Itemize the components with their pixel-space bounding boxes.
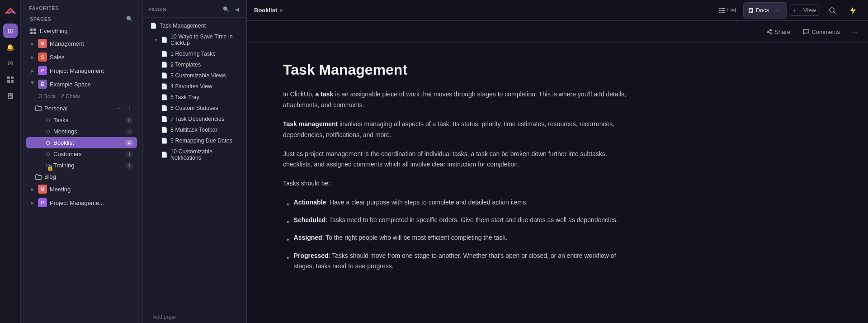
doc-para3: Just as project management is the coordi… xyxy=(283,149,636,171)
sidebar-item-example-space[interactable]: ▶ E Example Space xyxy=(26,77,137,91)
svg-rect-12 xyxy=(719,8,721,9)
meeting-label: Meeting xyxy=(50,186,71,193)
sidebar-item-project-management[interactable]: ▶ P Project Management xyxy=(26,64,137,77)
doc-more-button[interactable]: ··· xyxy=(848,25,861,38)
collapse-pages-icon[interactable]: ◀ xyxy=(233,5,241,14)
page-item-4[interactable]: 📄 4 Favorites View xyxy=(145,81,245,92)
sidebar-item-sales[interactable]: ▶ S Sales xyxy=(26,50,137,64)
page-item-2[interactable]: 📄 2 Templates xyxy=(145,59,245,70)
docs-tab-icon xyxy=(748,8,754,13)
tab-docs[interactable]: Docs ··· xyxy=(743,2,788,19)
comments-label: Comments xyxy=(811,28,840,35)
add-page-button[interactable]: + Add page xyxy=(143,311,246,323)
breadcrumb-title: Booklist xyxy=(254,7,277,14)
lightning-btn[interactable] xyxy=(844,5,861,16)
docs-tab-more-icon[interactable]: ··· xyxy=(771,5,782,16)
docs-count-item[interactable]: 3 Docs 2 Chats xyxy=(26,91,137,102)
sidebar-item-everything[interactable]: Everything xyxy=(26,25,137,37)
app-logo[interactable] xyxy=(3,4,18,18)
sidebar-item-management[interactable]: ▶ M Management xyxy=(26,37,137,50)
pages-title: PAGES xyxy=(148,7,166,12)
page-label-6: 6 Custom Statuses xyxy=(170,105,218,111)
share-button[interactable]: Share xyxy=(762,27,795,37)
main-area: Booklist List xyxy=(247,0,868,323)
bullet2-label: Scheduled xyxy=(294,216,326,223)
sidebar-item-customers[interactable]: Customers 1 xyxy=(26,148,137,160)
page-doc-icon-9: 📄 xyxy=(161,138,168,144)
page-item-10[interactable]: 📄 10 Customizable Notifications xyxy=(145,146,245,163)
tasks-label: Tasks xyxy=(53,117,68,124)
icon-sidebar: ⊞ 🔔 ✉ xyxy=(0,0,21,323)
meetings-count: 7 xyxy=(125,128,133,135)
svg-point-22 xyxy=(830,8,834,12)
bullet2-rest: : Tasks need to be completed in specific… xyxy=(326,216,618,223)
home-nav-icon[interactable]: ⊞ xyxy=(3,24,18,38)
dashboard-nav-icon[interactable] xyxy=(3,72,18,87)
doc-content: Task Management In ClickUp, a task is an… xyxy=(247,43,868,323)
spaces-header[interactable]: Spaces 🔍 xyxy=(26,13,137,25)
comments-icon xyxy=(803,29,809,34)
search-btn[interactable] xyxy=(824,5,841,16)
sidebar-item-training[interactable]: 🔒 Training 1 xyxy=(26,160,137,171)
page-item-7[interactable]: 📄 7 Task Dependencies xyxy=(145,114,245,124)
sales-label: Sales xyxy=(50,54,65,61)
pm-label: Project Management xyxy=(50,67,104,74)
pm2-avatar: P xyxy=(38,198,47,207)
svg-line-23 xyxy=(834,12,835,14)
page-item-1[interactable]: 📄 1 Recurring Tasks xyxy=(145,48,245,59)
meetings-dot-icon xyxy=(46,130,50,133)
page-label-4: 4 Favorites View xyxy=(170,83,212,90)
sidebar-item-meetings[interactable]: Meetings 7 xyxy=(26,126,137,137)
page-doc-icon-8: 📄 xyxy=(161,127,168,133)
pages-list: 📄 Task Management ▼ 📄 10 Ways to Save Ti… xyxy=(143,18,246,311)
bullet4-label: Progressed xyxy=(294,252,329,259)
svg-rect-13 xyxy=(722,8,725,9)
sidebar-item-tasks[interactable]: Tasks 8 xyxy=(26,114,137,126)
svg-rect-5 xyxy=(9,95,12,95)
page-item-sub1[interactable]: ▼ 📄 10 Ways to Save Time in ClickUp xyxy=(145,31,245,48)
sales-chevron: ▶ xyxy=(30,54,35,60)
pm-avatar: P xyxy=(38,66,47,75)
sidebar-item-booklist[interactable]: Booklist 4 xyxy=(26,137,137,148)
page-item-3[interactable]: 📄 3 Customizable Views xyxy=(145,70,245,81)
svg-rect-2 xyxy=(7,80,10,83)
svg-line-27 xyxy=(769,30,771,31)
collapse-sub1-icon: ▼ xyxy=(154,38,158,43)
svg-rect-3 xyxy=(11,80,14,83)
personal-section[interactable]: Personal ··· + xyxy=(26,102,137,114)
bell-nav-icon[interactable]: 🔔 xyxy=(3,40,18,54)
page-item-6[interactable]: 📄 6 Custom Statuses xyxy=(145,103,245,114)
sidebar-item-project-management-2[interactable]: ▶ P Project Manageme... xyxy=(26,196,137,209)
sidebar-item-meeting[interactable]: ▶ M Meeting xyxy=(26,182,137,196)
training-lock-icon: 🔒 xyxy=(46,164,50,167)
booklist-count: 4 xyxy=(125,140,133,146)
tab-list[interactable]: List xyxy=(714,4,741,16)
page-label-sub1: 10 Ways to Save Time in ClickUp xyxy=(170,33,239,46)
comments-button[interactable]: Comments xyxy=(798,27,844,37)
management-avatar: M xyxy=(38,39,47,48)
personal-add-icon[interactable]: + xyxy=(125,104,133,112)
svg-rect-20 xyxy=(750,10,752,10)
page-item-8[interactable]: 📄 8 Multitask Toolbar xyxy=(145,124,245,135)
page-item-5[interactable]: 📄 5 Task Tray xyxy=(145,92,245,103)
search-pages-icon[interactable]: 🔍 xyxy=(222,5,230,14)
lightning-icon xyxy=(849,7,856,14)
pm2-label: Project Manageme... xyxy=(50,200,104,206)
page-item-root[interactable]: 📄 Task Management xyxy=(145,20,245,31)
search-spaces-icon[interactable]: 🔍 xyxy=(125,15,133,23)
personal-more-icon[interactable]: ··· xyxy=(115,104,123,112)
svg-rect-7 xyxy=(9,97,11,98)
inbox-nav-icon[interactable]: ✉ xyxy=(3,56,18,71)
page-doc-icon-1: 📄 xyxy=(161,51,168,57)
page-item-9[interactable]: 📄 9 Remapping Due Dates xyxy=(145,135,245,146)
meeting-avatar: M xyxy=(38,185,47,194)
svg-rect-10 xyxy=(30,32,33,34)
training-label: Training xyxy=(53,162,74,169)
add-view-button[interactable]: + + View xyxy=(789,5,820,16)
chats-count-label: 2 Chats xyxy=(61,93,80,100)
svg-rect-16 xyxy=(719,12,721,13)
doc-para2: Task management involves managing all as… xyxy=(283,119,636,141)
bullet3-label: Assigned xyxy=(294,234,322,241)
sidebar-item-blog[interactable]: Blog xyxy=(26,171,137,182)
docs-nav-icon[interactable] xyxy=(3,89,18,103)
